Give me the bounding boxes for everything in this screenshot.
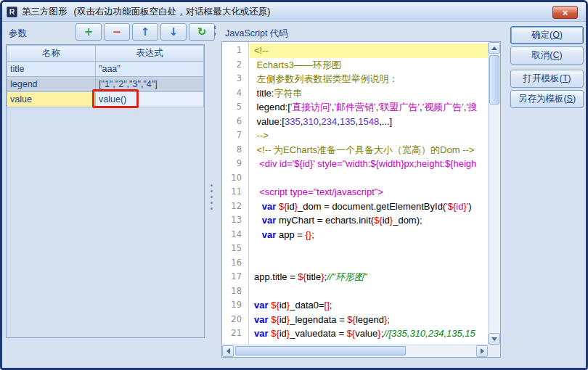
third-party-chart-dialog: R 第三方图形 (双击右边功能面板空白处，对话框最大化或还原) × 参数 +−↑… [0,0,588,370]
param-expression-cell[interactable]: value() [96,92,204,107]
line-number: 3 [222,72,248,86]
param-table: 名称 表达式 title"aaa"legend["1","2","3","4"]… [7,45,204,107]
param-expression-cell[interactable]: ["1","2","3","4"] [96,77,204,92]
code-line[interactable]: 左侧参数列表数据类型举例说明： [250,72,488,86]
horizontal-scroll-thumb[interactable] [235,346,406,355]
refresh-icon: ↻ [197,27,207,38]
code-line[interactable]: var ${id}_dom = document.getElementById(… [250,200,488,214]
move-down-button[interactable]: ↓ [160,23,187,41]
code-line[interactable]: <!-- [250,44,488,58]
up-arrow-icon [491,46,497,50]
plus-icon: + [84,27,94,38]
line-number: 21 [222,326,248,341]
line-number: 10 [222,171,248,186]
code-line[interactable]: var app = {}; [250,228,488,242]
remove-param-button[interactable]: − [104,23,130,41]
line-number: 14 [222,228,248,242]
line-number: 19 [222,298,248,313]
code-line[interactable]: --> [250,128,488,143]
move-up-button[interactable]: ↑ [132,23,158,41]
column-header-name[interactable]: 名称 [7,46,96,62]
open-template-button[interactable]: 打开模板(T) [510,70,584,88]
line-number: 8 [222,143,248,157]
scroll-right-button[interactable] [476,345,488,357]
code-line[interactable] [250,171,488,186]
dialog-content: 参数 +−↑↓↻ ‹ › JavaScript 代码 名称 表达式 title"… [2,22,586,368]
code-line[interactable] [250,256,488,271]
ok-button[interactable]: 确定(O) [510,26,584,44]
vertical-scroll-thumb[interactable] [489,55,499,104]
dialog-hint: (双击右边功能面板空白处，对话框最大化或还原) [74,6,271,18]
line-number: 13 [222,213,248,228]
line-number: 12 [222,200,248,214]
param-expression-cell[interactable]: "aaa" [96,62,204,77]
code-line[interactable]: var ${id}_legendata = ${legend}; [250,313,488,327]
line-number: 2 [222,58,248,73]
code-line[interactable]: <script type="text/javascript"> [250,185,488,200]
left-arrow-icon [226,348,230,354]
param-row-legend[interactable]: legend["1","2","3","4"] [7,77,204,92]
splitter-collapse-control[interactable]: ‹ › [211,24,219,37]
line-number: 9 [222,157,248,171]
code-line[interactable]: var myChart = echarts.init(${id}_dom); [250,213,488,228]
line-number: 6 [222,115,248,129]
param-table-body: title"aaa"legend["1","2","3","4"]valueva… [7,62,204,107]
code-line[interactable]: <div id='${id}' style="width:${width}px;… [250,157,488,171]
param-name-cell[interactable]: title [7,62,96,77]
code-line[interactable] [250,242,488,256]
line-number: 5 [222,100,248,115]
param-panel: 名称 表达式 title"aaa"legend["1","2","3","4"]… [6,44,205,338]
arrow-up-icon: ↑ [141,27,150,38]
cancel-button[interactable]: 取消(C) [510,46,584,65]
code-panel-label: JavaScript 代码 [225,28,288,40]
horizontal-scrollbar[interactable] [222,345,488,357]
dialog-title: 第三方图形 [22,6,68,18]
close-button[interactable]: × [552,6,578,19]
param-table-header: 名称 表达式 [7,46,204,62]
add-param-button[interactable]: + [75,23,102,41]
scroll-down-button[interactable] [489,333,500,345]
code-editor[interactable]: 123456789101112131415161718192021 <!-- E… [221,41,501,358]
code-line[interactable]: var ${id}_valuedata = ${value};//[335,31… [250,326,488,341]
code-line[interactable]: var ${id}_data0=[]; [250,298,488,313]
splitter-grip[interactable] [211,184,213,210]
code-lines[interactable]: <!-- Echarts3――环形图 左侧参数列表数据类型举例说明： title… [250,42,488,345]
param-name-cell[interactable]: value [7,92,96,107]
arrow-down-icon: ↓ [169,27,179,38]
app-logo-icon: R [7,7,17,17]
right-arrow-icon [481,348,484,354]
line-number: 11 [222,185,248,200]
code-line[interactable] [250,284,488,299]
line-number: 4 [222,86,248,101]
line-number: 1 [222,44,248,58]
vertical-scrollbar[interactable] [488,42,500,345]
param-row-title[interactable]: title"aaa" [7,62,204,77]
code-line[interactable]: <!-- 为ECharts准备一个具备大小（宽高）的Dom --> [250,143,488,157]
scroll-up-button[interactable] [489,42,500,54]
line-number: 7 [222,128,248,143]
code-line[interactable]: value:[335,310,234,135,1548,...] [250,115,488,129]
scroll-left-button[interactable] [222,345,234,357]
code-line[interactable]: Echarts3――环形图 [250,58,488,73]
save-as-template-button[interactable]: 另存为模板(S) [510,90,584,108]
titlebar[interactable]: R 第三方图形 (双击右边功能面板空白处，对话框最大化或还原) × [2,2,586,22]
minus-icon: − [113,27,122,38]
param-name-cell[interactable]: legend [7,77,96,92]
collapse-right-icon: › [213,30,216,37]
line-number: 15 [222,242,248,256]
code-line[interactable]: app.title = ${title};//"环形图" [250,270,488,284]
action-buttons: 确定(O)取消(C)打开模板(T)另存为模板(S) [510,26,584,108]
line-number: 18 [222,284,248,299]
line-number: 20 [222,313,248,327]
line-number: 16 [222,256,248,271]
line-number: 17 [222,270,248,284]
param-row-value[interactable]: valuevalue() [7,92,204,107]
close-icon: × [563,8,568,17]
down-arrow-icon [491,337,497,341]
code-line[interactable]: legend:['直接访问','邮件营销','联盟广告','视频广告','搜 [250,100,488,115]
line-number-gutter: 123456789101112131415161718192021 [222,42,249,345]
code-line[interactable]: title:字符串 [250,86,488,101]
scrollbar-corner [488,345,500,357]
param-toolbar: +−↑↓↻ [75,23,215,41]
column-header-expression[interactable]: 表达式 [96,46,204,62]
